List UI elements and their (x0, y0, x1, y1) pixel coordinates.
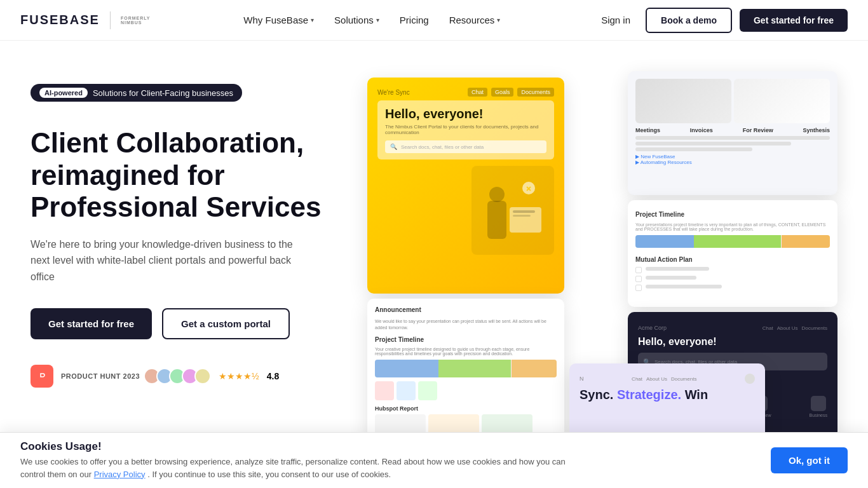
chevron-down-icon: ▾ (311, 17, 314, 24)
navigation: FUSEBASE FORMERLY NIMBUS Why FuseBase ▾ … (0, 0, 868, 41)
hero-section: AI-powered Solutions for Client-Facing b… (0, 41, 868, 450)
screenshot-lavender-sync: N Chat About Us Documents Sync. Strategi… (569, 363, 765, 438)
logo-subtitle: FORMERLY NIMBUS (121, 16, 151, 25)
privacy-policy-link[interactable]: Privacy Policy (94, 470, 146, 479)
chevron-down-icon: ▾ (376, 17, 379, 24)
hero-left: AI-powered Solutions for Client-Facing b… (31, 71, 361, 388)
screenshot-white-bottom: Announcement We would like to say your p… (367, 299, 564, 438)
nav-actions: Sign in Book a demo Get started for free (593, 8, 848, 33)
screenshot-mid-right: Project Timeline Your presentations proj… (628, 200, 837, 307)
sign-in-link[interactable]: Sign in (593, 10, 638, 30)
svg-rect-5 (513, 215, 531, 217)
hero-cta-buttons: Get started for free Get a custom portal (31, 308, 361, 339)
chevron-down-icon: ▾ (497, 17, 500, 24)
avatar-5 (194, 368, 211, 384)
product-hunt-section: PRODUCT HUNT 2023 ★★★★½ 4.8 (31, 365, 361, 388)
custom-portal-button[interactable]: Get a custom portal (162, 308, 290, 339)
get-started-hero-button[interactable]: Get started for free (31, 308, 152, 339)
product-hunt-badge (31, 365, 53, 388)
logo[interactable]: FUSEBASE FORMERLY NIMBUS (20, 11, 151, 29)
svg-rect-4 (513, 210, 535, 213)
svg-point-2 (489, 187, 505, 202)
ph-avatars (147, 368, 211, 384)
ai-badge: AI-powered Solutions for Client-Facing b… (31, 84, 242, 102)
screenshot-yellow-main: We're Sync Chat Goals Documents Hello, e… (367, 78, 564, 294)
star-rating-icons: ★★★★½ (219, 371, 259, 381)
cookie-banner: Cookies Usage! We use cookies to offer y… (0, 432, 868, 488)
hero-screenshots: We're Sync Chat Goals Documents Hello, e… (361, 71, 837, 450)
yellow-panel-title: Hello, everyone! (385, 107, 546, 121)
svg-point-0 (36, 370, 48, 383)
logo-divider (110, 11, 111, 29)
hero-title: Client Collaboration, reimagined for Pro… (31, 127, 361, 224)
cookie-description: We use cookies to offer you a better bro… (20, 456, 592, 480)
screenshot-top-right: Meetings Invoices For Review Synthesis ▶… (628, 71, 837, 195)
nav-item-solutions[interactable]: Solutions ▾ (325, 10, 388, 30)
hero-description: We're here to bring your knowledge-drive… (31, 236, 310, 285)
product-hunt-year: PRODUCT HUNT 2023 (61, 372, 140, 380)
cookie-accept-button[interactable]: Ok, got it (771, 447, 848, 473)
book-demo-button[interactable]: Book a demo (646, 8, 732, 33)
cookie-content: Cookies Usage! We use cookies to offer y… (20, 440, 756, 480)
nav-item-pricing[interactable]: Pricing (391, 10, 438, 30)
logo-text: FUSEBASE (20, 13, 100, 27)
ai-badge-row: AI-powered Solutions for Client-Facing b… (31, 84, 361, 114)
nav-item-why[interactable]: Why FuseBase ▾ (234, 10, 323, 30)
get-started-nav-button[interactable]: Get started for free (740, 9, 848, 32)
nav-item-resources[interactable]: Resources ▾ (440, 10, 510, 30)
rating-value: 4.8 (267, 371, 279, 381)
cookie-title: Cookies Usage! (20, 440, 756, 453)
nav-links: Why FuseBase ▾ Solutions ▾ Pricing Resou… (234, 10, 509, 30)
svg-rect-1 (487, 201, 506, 239)
